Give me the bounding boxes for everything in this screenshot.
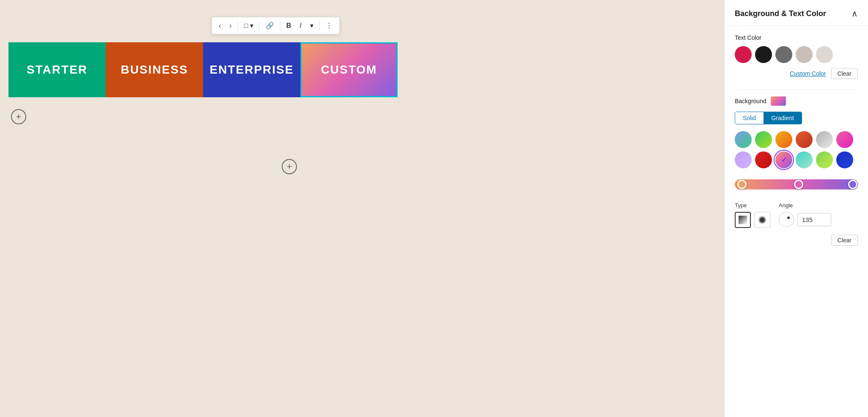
custom-plan-button[interactable]: CUSTOM (300, 42, 398, 97)
angle-section: Angle 135 (779, 202, 831, 227)
gradient-green-yellow[interactable] (755, 131, 772, 148)
toolbar-divider-3 (280, 21, 280, 31)
solid-toggle-button[interactable]: Solid (735, 112, 764, 124)
text-color-label: Text Color (735, 34, 858, 41)
canvas-area: ‹ › □ ▾ 🔗 B I ▾ ⋮ STARTER BUSINESS ENTER… (0, 0, 724, 417)
gradient-handle-right[interactable] (848, 180, 857, 189)
shape-button[interactable]: □ ▾ (241, 20, 257, 31)
panel-title: Background & Text Color (735, 9, 826, 18)
angle-label: Angle (779, 202, 831, 208)
background-label: Background (735, 98, 766, 104)
background-header: Background (735, 96, 858, 106)
toolbar-divider-2 (259, 21, 260, 31)
angle-dial-dot (787, 217, 790, 219)
section-divider (735, 89, 858, 90)
panel-header: Background & Text Color ∧ (725, 0, 868, 26)
starter-plan-button[interactable]: STARTER (8, 42, 106, 97)
gradient-pink-magenta[interactable] (836, 131, 853, 148)
more-options-button[interactable]: ⋮ (322, 20, 336, 31)
background-preview (771, 96, 786, 106)
text-color-beige[interactable] (816, 46, 833, 63)
gradient-yellow-orange[interactable] (775, 131, 792, 148)
gradient-purple-selected[interactable] (775, 151, 792, 168)
solid-gradient-toggle: Solid Gradient (735, 112, 802, 124)
right-panel: Background & Text Color ∧ Text Color Cus… (724, 0, 868, 417)
type-label: Type (735, 202, 770, 208)
italic-button[interactable]: I (296, 20, 305, 31)
text-custom-color-button[interactable]: Custom Color (790, 70, 826, 77)
type-icons (735, 212, 770, 228)
link-button[interactable]: 🔗 (262, 20, 277, 31)
text-color-actions: Custom Color Clear (735, 68, 858, 79)
gradient-red[interactable] (755, 151, 772, 168)
text-color-red[interactable] (735, 46, 752, 63)
bold-button[interactable]: B (283, 20, 295, 31)
text-color-black[interactable] (755, 46, 772, 63)
text-color-gray[interactable] (775, 46, 792, 63)
gradient-green-lime[interactable] (816, 151, 833, 168)
collapse-panel-button[interactable]: ∧ (852, 8, 858, 19)
angle-input[interactable]: 135 (797, 213, 831, 226)
gradient-toggle-button[interactable]: Gradient (764, 112, 802, 124)
gradient-gray-white[interactable] (816, 131, 833, 148)
text-color-swatches (735, 46, 858, 63)
add-block-button-1[interactable]: + (11, 109, 26, 124)
gradient-navy[interactable] (836, 151, 853, 168)
gradient-orange-red[interactable] (796, 131, 813, 148)
enterprise-plan-button[interactable]: ENTERPRISE (203, 42, 300, 97)
gradient-lavender[interactable] (735, 151, 752, 168)
plan-buttons-row: STARTER BUSINESS ENTERPRISE CUSTOM (8, 42, 398, 97)
background-clear-button[interactable]: Clear (831, 235, 858, 246)
type-angle-row: Type Angle 135 (735, 202, 858, 228)
gradient-blue-green[interactable] (735, 131, 752, 148)
gradient-handle-left[interactable] (737, 180, 747, 189)
panel-body: Text Color Custom Color Clear Background… (725, 26, 868, 254)
business-plan-button[interactable]: BUSINESS (106, 42, 203, 97)
radial-type-button[interactable] (754, 212, 770, 228)
background-clear-row: Clear (735, 235, 858, 246)
radial-icon (758, 216, 766, 224)
format-dropdown-button[interactable]: ▾ (307, 20, 317, 31)
text-color-light-gray[interactable] (796, 46, 813, 63)
gradient-slider-container (735, 175, 858, 194)
toolbar: ‹ › □ ▾ 🔗 B I ▾ ⋮ (212, 17, 340, 34)
gradient-swatches (735, 131, 858, 168)
angle-dial[interactable] (779, 212, 794, 227)
add-block-button-2[interactable]: + (282, 159, 297, 174)
forward-button[interactable]: › (226, 20, 235, 31)
type-section: Type (735, 202, 770, 228)
linear-type-button[interactable] (735, 212, 751, 228)
linear-icon (739, 216, 747, 224)
gradient-teal-mint[interactable] (796, 151, 813, 168)
toolbar-divider-1 (238, 21, 238, 31)
angle-input-row: 135 (779, 212, 831, 227)
toolbar-divider-4 (319, 21, 320, 31)
text-color-clear-button[interactable]: Clear (831, 68, 858, 79)
back-button[interactable]: ‹ (215, 20, 224, 31)
gradient-track[interactable] (735, 179, 858, 189)
gradient-handle-mid[interactable] (794, 180, 803, 189)
